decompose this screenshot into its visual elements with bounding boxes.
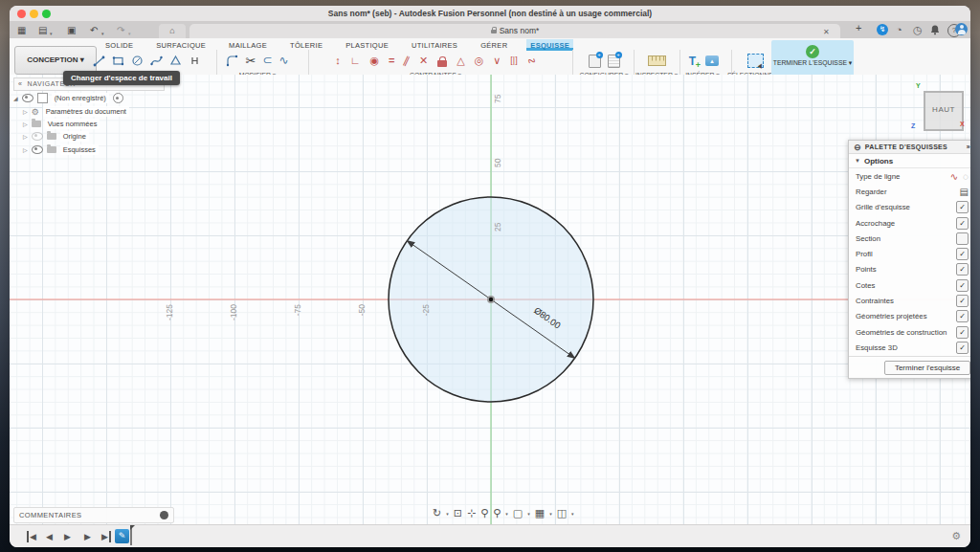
navigator-item-vues[interactable]: ▷ Vues nommées xyxy=(23,118,100,130)
line-type-circle-icon[interactable]: ◌ xyxy=(963,171,969,182)
slot-tool-icon[interactable] xyxy=(189,55,201,67)
app-grid-icon[interactable]: ▦ xyxy=(17,24,26,36)
finish-sketch-button[interactable]: ✓ TERMINER L'ESQUISSE ▾ xyxy=(771,40,854,78)
midpoint-constraint-icon[interactable]: △ xyxy=(457,55,464,67)
curvature-constraint-icon[interactable]: ∿ xyxy=(524,54,539,69)
coincident-constraint-icon[interactable]: ◉ xyxy=(369,55,379,67)
polygon-tool-icon[interactable] xyxy=(169,55,182,67)
trim-scissors-icon[interactable]: ✂ xyxy=(245,55,256,67)
timeline-skip-start-icon[interactable]: ◀ xyxy=(27,531,36,542)
job-status-icon[interactable]: ↯ xyxy=(877,24,888,35)
home-tab[interactable]: ⌂ xyxy=(159,24,186,38)
palette-options-section[interactable]: ▼ Options xyxy=(849,154,970,168)
tab-tolerie[interactable]: TÔLERIE xyxy=(286,39,326,51)
offset-tool-icon[interactable]: ⊂ xyxy=(262,55,272,67)
timeline-skip-end-icon[interactable]: ▶ xyxy=(101,531,111,542)
configure-table-icon[interactable] xyxy=(608,55,620,68)
pan-icon[interactable]: ⊹ xyxy=(467,507,476,519)
navigator-item-label[interactable]: Paramètres du document xyxy=(43,106,129,117)
display-caret-icon[interactable]: ▾ xyxy=(527,511,530,517)
line-tool-icon[interactable] xyxy=(93,55,105,67)
checkbox[interactable]: ✓ xyxy=(956,310,969,322)
timeline-step-forward-icon[interactable]: ▶ xyxy=(84,531,91,542)
undo-icon[interactable]: ↶ xyxy=(90,24,98,36)
insert-text-icon[interactable]: T xyxy=(686,55,699,68)
save-icon[interactable]: ▣ xyxy=(67,24,76,36)
navigator-item-esquisses[interactable]: ▷ Esquisses xyxy=(23,144,99,156)
checkbox[interactable]: ✓ xyxy=(956,342,969,354)
user-avatar[interactable] xyxy=(955,23,968,35)
checkbox[interactable]: ✓ xyxy=(956,295,969,307)
navigator-item-origine[interactable]: ▷ Origine xyxy=(23,130,89,143)
visibility-eye-icon[interactable] xyxy=(22,94,33,102)
viewcube[interactable]: HAUT xyxy=(924,91,964,131)
look-at-icon[interactable]: ⊡ xyxy=(454,507,462,519)
spline-tool-icon[interactable] xyxy=(150,55,163,67)
comments-bar[interactable]: COMMENTAIRES xyxy=(13,507,174,523)
checkbox[interactable]: ✓ xyxy=(956,217,969,230)
history-icon[interactable]: ◷ xyxy=(913,24,923,36)
fit-caret-icon[interactable]: ▾ xyxy=(505,511,508,517)
line-type-spline-icon[interactable]: ∿ xyxy=(950,171,958,182)
dimension-constraint-icon[interactable]: ↕ xyxy=(335,55,341,67)
close-tab-icon[interactable]: ✕ xyxy=(823,26,830,38)
palette-header[interactable]: ⊖ PALETTE D'ESQUISSES » xyxy=(849,141,970,154)
chevron-icon[interactable]: ▷ xyxy=(23,146,28,153)
look-at-icon[interactable]: ▤ xyxy=(960,187,969,197)
tab-surfacique[interactable]: SURFACIQUE xyxy=(152,39,210,51)
curve-tool-icon[interactable]: ∿ xyxy=(278,55,288,67)
insert-image-icon[interactable]: ▴ xyxy=(705,55,719,66)
checkbox[interactable]: ✓ xyxy=(956,326,969,339)
grid-snap-icon[interactable]: ▦ xyxy=(535,507,545,519)
timeline-sketch-item[interactable]: ✎ xyxy=(115,529,129,543)
section-collapse-icon[interactable]: ▼ xyxy=(855,158,860,164)
sketch-canvas[interactable]: Ø80.00 -125 -100 -75 -50 -25 75 50 25 «N… xyxy=(10,75,970,524)
comments-expand-icon[interactable] xyxy=(160,511,168,519)
redo-icon[interactable]: ↷ xyxy=(117,24,124,36)
palette-more-icon[interactable]: » xyxy=(967,144,970,150)
checkbox[interactable]: ✓ xyxy=(956,279,969,292)
chevron-icon[interactable]: ▷ xyxy=(23,121,28,127)
measure-tool-icon[interactable] xyxy=(648,55,666,66)
equal-constraint-icon[interactable]: = xyxy=(389,55,394,67)
origin-point[interactable] xyxy=(489,298,493,301)
orbit-caret-icon[interactable]: ▾ xyxy=(446,511,449,517)
checkbox[interactable]: ✓ xyxy=(956,248,969,260)
timeline-step-back-icon[interactable]: ◀ xyxy=(46,531,53,542)
viewports-caret-icon[interactable]: ▾ xyxy=(571,511,574,517)
navigator-root-row[interactable]: ◢ (Non enregistré) xyxy=(13,92,123,104)
chevron-icon[interactable]: ▷ xyxy=(23,133,28,140)
document-tab[interactable]: Sans nom* ✕ xyxy=(189,24,840,38)
checkbox[interactable]: ✓ xyxy=(956,263,969,276)
fillet-tool-icon[interactable] xyxy=(226,55,238,67)
display-settings-icon[interactable]: ▢ xyxy=(513,507,523,519)
tab-gerer[interactable]: GÉRER xyxy=(477,39,511,51)
tab-utilitaires[interactable]: UTILITAIRES xyxy=(408,39,461,51)
concentric-constraint-icon[interactable]: ◎ xyxy=(475,55,484,67)
root-document-label[interactable]: (Non enregistré) xyxy=(52,93,109,103)
chevron-icon[interactable]: ▷ xyxy=(23,108,28,115)
timeline-settings-gear-icon[interactable]: ⚙ xyxy=(951,530,961,542)
timeline-play-icon[interactable]: ▶ xyxy=(64,531,71,542)
fit-icon[interactable]: ⚲ xyxy=(493,507,501,519)
extensions-icon[interactable]: ◔ xyxy=(896,24,902,36)
tab-solide[interactable]: SOLIDE xyxy=(101,39,137,51)
select-tool-icon[interactable] xyxy=(747,54,764,68)
fix-lock-constraint-icon[interactable] xyxy=(437,60,447,67)
new-tab-icon[interactable]: + xyxy=(856,22,861,34)
rectangle-tool-icon[interactable] xyxy=(112,55,124,67)
orbit-icon[interactable]: ↻ xyxy=(433,507,441,519)
parallel-constraint-icon[interactable]: ∥ xyxy=(402,54,412,67)
horizontal-vertical-constraint-icon[interactable]: ∟ xyxy=(350,55,361,67)
activate-target-icon[interactable] xyxy=(113,93,123,103)
grid-caret-icon[interactable]: ▾ xyxy=(549,511,552,517)
checkbox[interactable] xyxy=(956,232,969,245)
finish-sketch-palette-button[interactable]: Terminer l'esquisse xyxy=(884,361,970,375)
new-document-icon[interactable]: ▤ xyxy=(38,24,47,36)
configure-sketch-icon[interactable] xyxy=(589,55,601,68)
symmetry-constraint-icon[interactable]: [|] xyxy=(510,55,517,67)
navigator-item-label[interactable]: Vues nommées xyxy=(45,119,100,129)
collinear-constraint-icon[interactable]: ∨ xyxy=(493,55,501,67)
visibility-eye-icon[interactable] xyxy=(32,145,43,154)
perpendicular-constraint-icon[interactable]: ✕ xyxy=(419,55,428,67)
